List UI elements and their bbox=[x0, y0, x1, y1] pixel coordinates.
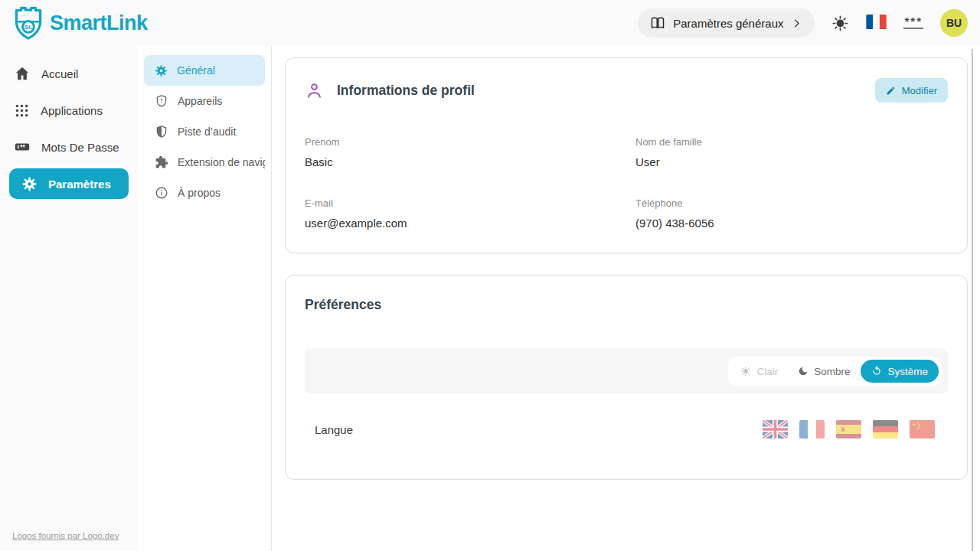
profile-card-title: Informations de profil bbox=[337, 83, 475, 99]
theme-option-label: Système bbox=[887, 366, 928, 377]
home-icon bbox=[14, 65, 31, 82]
china-flag-icon[interactable] bbox=[910, 420, 935, 439]
sidebar-item-label: Accueil bbox=[41, 67, 78, 80]
person-icon bbox=[305, 81, 324, 100]
subnav-item-label: À propos bbox=[178, 187, 220, 199]
smartlink-shield-icon: SL bbox=[12, 5, 44, 41]
subnav-item-a-propos[interactable]: À propos bbox=[144, 178, 265, 208]
preferences-card-title: Préférences bbox=[286, 276, 967, 313]
language-setting-row: Langue bbox=[305, 420, 948, 439]
sidebar-item-parametres[interactable]: Paramètres bbox=[9, 168, 129, 199]
spain-flag-icon[interactable] bbox=[836, 420, 861, 439]
theme-option-label: Sombre bbox=[814, 366, 850, 377]
field-value: (970) 438-6056 bbox=[635, 217, 948, 230]
asterisks-glyph: *** bbox=[903, 17, 923, 29]
field-label: Prénom bbox=[305, 136, 635, 148]
edit-button-label: Modifier bbox=[902, 85, 937, 96]
france-flag-icon[interactable] bbox=[866, 15, 887, 32]
sidebar-item-label: Applications bbox=[41, 104, 103, 117]
theme-option-label: Clair bbox=[756, 366, 778, 377]
top-header: SL SmartLink Paramètres généraux bbox=[0, 0, 980, 46]
language-flag-list bbox=[763, 420, 935, 439]
book-icon bbox=[650, 15, 665, 31]
field-nom: Nom de famille User bbox=[635, 136, 948, 168]
vertical-scrollbar[interactable] bbox=[972, 49, 973, 551]
brand-logo[interactable]: SL SmartLink bbox=[12, 5, 148, 41]
profile-card: Informations de profil Modifier Prénom B… bbox=[285, 57, 968, 253]
pencil-icon bbox=[886, 86, 896, 96]
main-content: Informations de profil Modifier Prénom B… bbox=[272, 46, 980, 551]
hidden-password-icon[interactable]: *** bbox=[903, 17, 923, 29]
theme-setting-row: Clair Sombre Système bbox=[305, 348, 948, 394]
field-label: E-mail bbox=[305, 197, 635, 209]
france-flag-icon[interactable] bbox=[799, 420, 825, 439]
subnav-item-label: Piste d’audit bbox=[178, 126, 236, 138]
password-icon: ** bbox=[14, 139, 31, 155]
svg-text:**: ** bbox=[20, 144, 25, 151]
field-value: User bbox=[635, 155, 948, 168]
field-label: Téléphone bbox=[635, 197, 948, 209]
sidebar-item-label: Paramètres bbox=[48, 178, 111, 191]
subnav-item-label: Extension de navigateur bbox=[178, 156, 265, 168]
avatar[interactable]: BU bbox=[940, 9, 968, 37]
subnav-item-appareils[interactable]: Appareils bbox=[144, 86, 265, 116]
nav-button-label: Paramètres généraux bbox=[673, 17, 783, 30]
preferences-card: Préférences Clair bbox=[285, 275, 968, 480]
shield-alert-icon bbox=[155, 94, 168, 108]
field-value: Basic bbox=[305, 155, 635, 168]
theme-option-sombre[interactable]: Sombre bbox=[789, 360, 859, 383]
sidebar-item-accueil[interactable]: Accueil bbox=[0, 55, 138, 92]
gear-icon bbox=[155, 64, 168, 77]
settings-subnav: Général Appareils Piste d’audit Extensio… bbox=[138, 46, 272, 551]
general-settings-nav-button[interactable]: Paramètres généraux bbox=[638, 8, 815, 37]
sidebar-item-applications[interactable]: Applications bbox=[0, 92, 138, 129]
sun-icon[interactable] bbox=[831, 15, 849, 32]
primary-sidebar: Accueil Applications ** Mots De Passe bbox=[0, 46, 138, 551]
brand-name: SmartLink bbox=[50, 11, 148, 35]
language-label: Langue bbox=[315, 423, 353, 436]
apps-grid-icon bbox=[14, 103, 30, 119]
germany-flag-icon[interactable] bbox=[873, 420, 898, 439]
subnav-item-general[interactable]: Général bbox=[144, 55, 265, 86]
field-label: Nom de famille bbox=[635, 136, 948, 148]
theme-option-systeme[interactable]: Système bbox=[861, 360, 939, 383]
theme-toggle-group: Clair Sombre Système bbox=[728, 357, 942, 386]
subnav-item-extension[interactable]: Extension de navigateur bbox=[144, 147, 265, 178]
puzzle-icon bbox=[155, 155, 168, 169]
sidebar-item-mots-de-passe[interactable]: ** Mots De Passe bbox=[0, 129, 138, 165]
chevron-right-icon bbox=[791, 18, 802, 29]
uk-flag-icon[interactable] bbox=[763, 420, 788, 439]
sun-icon bbox=[740, 366, 751, 377]
subnav-item-piste-audit[interactable]: Piste d’audit bbox=[144, 116, 265, 147]
gear-icon bbox=[21, 176, 38, 192]
field-prenom: Prénom Basic bbox=[305, 136, 635, 168]
subnav-item-label: Général bbox=[177, 64, 215, 77]
shield-half-icon bbox=[155, 125, 168, 139]
sidebar-item-label: Mots De Passe bbox=[41, 141, 119, 154]
theme-option-clair[interactable]: Clair bbox=[731, 360, 787, 383]
moon-icon bbox=[798, 366, 808, 377]
edit-profile-button[interactable]: Modifier bbox=[875, 78, 948, 103]
info-icon bbox=[155, 186, 168, 200]
logos-credit-link[interactable]: Logos fournis par Logo.dev bbox=[12, 531, 119, 540]
field-telephone: Téléphone (970) 438-6056 bbox=[635, 197, 948, 230]
field-email: E-mail user@example.com bbox=[305, 197, 635, 230]
logo-monogram: SL bbox=[24, 24, 32, 31]
subnav-item-label: Appareils bbox=[178, 95, 222, 107]
field-value: user@example.com bbox=[305, 217, 635, 230]
cycle-icon bbox=[871, 366, 882, 377]
